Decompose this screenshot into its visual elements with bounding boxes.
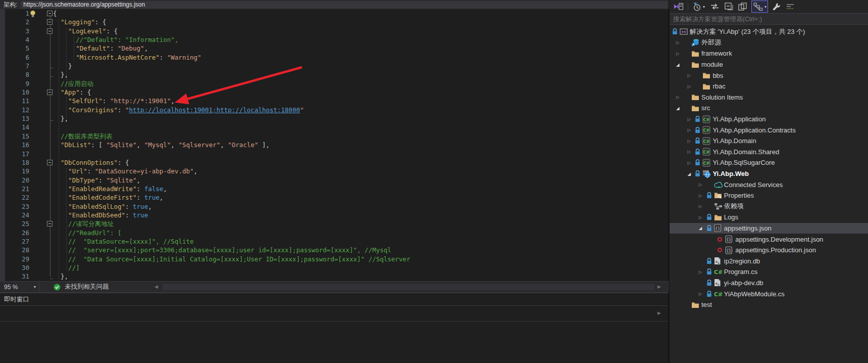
collapse-all-icon[interactable] <box>724 1 734 12</box>
editor-line[interactable]: 24 "EnabledDbSeed": true <box>0 211 669 219</box>
line-number[interactable]: 8 <box>0 70 29 79</box>
tree-item[interactable]: ◢{}appsettings.json <box>670 223 868 234</box>
tree-item[interactable]: ▷Properties <box>670 190 868 201</box>
line-number[interactable]: 17 <box>0 150 29 158</box>
editor-line[interactable]: 29 // "Data Source=[xxxx];Initial Catalo… <box>0 255 669 263</box>
tree-item[interactable]: ▷framework <box>670 48 868 59</box>
editor-line[interactable]: 18 "DbConnOptions": { <box>0 158 669 167</box>
editor-line[interactable]: 27 // "DataSource=[xxxx]", //Sqlite <box>0 237 669 246</box>
collapsed-arrow-icon[interactable]: ▷ <box>687 117 695 122</box>
editor-line[interactable]: 9 //应用启动 <box>0 79 669 88</box>
tree-item[interactable]: ip2region.db <box>670 255 868 266</box>
editor-line[interactable]: 13 }, <box>0 114 669 123</box>
line-number[interactable]: 1 <box>0 9 29 18</box>
line-number[interactable]: 3 <box>0 27 29 35</box>
tree-item[interactable]: ▷Logs <box>670 212 868 223</box>
tree-item[interactable]: test <box>670 299 868 310</box>
search-input[interactable] <box>670 13 868 25</box>
expanded-arrow-icon[interactable]: ◢ <box>676 106 684 111</box>
editor-line[interactable]: 6 "Microsoft.AspNetCore": "Warning" <box>0 53 669 62</box>
expanded-arrow-icon[interactable]: ◢ <box>699 225 706 231</box>
line-number[interactable]: 4 <box>0 35 29 44</box>
tree-item[interactable]: ▷bbs <box>670 70 868 81</box>
expanded-arrow-icon[interactable]: ◢ <box>687 171 695 176</box>
collapsed-arrow-icon[interactable]: ▷ <box>699 193 706 198</box>
editor-line[interactable]: 7 } <box>0 62 669 70</box>
editor-line[interactable]: 5 "Default": "Debug", <box>0 44 669 53</box>
editor-line[interactable]: 1{ <box>0 9 669 18</box>
preview-selected-items-icon[interactable] <box>785 1 795 12</box>
chevron-down-icon[interactable]: ▾ <box>703 5 705 9</box>
line-number[interactable]: 12 <box>0 106 29 114</box>
line-number[interactable]: 9 <box>0 79 29 88</box>
line-number[interactable]: 31 <box>0 272 29 281</box>
tree-item[interactable]: {}appsettings.Development.json <box>670 234 868 245</box>
document-health-indicator[interactable]: 未找到相关问题 <box>54 283 109 291</box>
tree-item[interactable]: ▷C#Yi.Abp.Application <box>670 114 868 125</box>
tree-item[interactable]: ▷外部源 <box>670 37 868 49</box>
editor-line[interactable]: 4 //"Default": "Information", <box>0 35 669 44</box>
editor-line[interactable]: 12 "CorsOrigins": "http://localhost:1900… <box>0 106 669 114</box>
imm-hscroll-right-arrow[interactable]: ▶ <box>657 310 661 315</box>
line-number[interactable]: 29 <box>0 255 29 263</box>
editor-line[interactable]: 25 //读写分离地址 <box>0 219 669 228</box>
pending-changes-filter-icon[interactable]: ▾ <box>692 1 705 12</box>
line-number[interactable]: 10 <box>0 88 29 97</box>
schema-url-combo[interactable]: https://json.schemastore.org/appsettings… <box>21 1 668 9</box>
line-number[interactable]: 14 <box>0 123 29 131</box>
line-number[interactable]: 15 <box>0 132 29 141</box>
collapsed-arrow-icon[interactable]: ▷ <box>699 182 706 187</box>
tree-item[interactable]: ▷依赖项 <box>670 201 868 212</box>
line-number[interactable]: 27 <box>0 237 29 246</box>
editor-line[interactable]: 26 //"ReadUrl": [ <box>0 229 669 237</box>
collapsed-arrow-icon[interactable]: ▷ <box>699 291 706 296</box>
collapsed-arrow-icon[interactable]: ▷ <box>687 84 695 89</box>
editor-line[interactable]: 22 "EnabledCodeFirst": true, <box>0 193 669 202</box>
line-number[interactable]: 5 <box>0 44 29 53</box>
collapsed-arrow-icon[interactable]: ▷ <box>687 149 695 154</box>
tree-item[interactable]: 解决方案 'Yi.Abp' (23 个项目，共 23 个) <box>670 26 868 37</box>
editor-line[interactable]: 17 <box>0 150 669 158</box>
chevron-down-icon[interactable]: ▾ <box>764 5 767 9</box>
editor-line[interactable]: 8 }, <box>0 70 669 79</box>
sync-selection-icon[interactable]: ▾ <box>751 1 768 13</box>
editor-line[interactable]: 3 "LogLevel": { <box>0 27 669 35</box>
tree-item[interactable]: ◢module <box>670 59 868 70</box>
line-number[interactable]: 23 <box>0 202 29 211</box>
json-code-editor[interactable]: 1{2 "Logging": {3 "LogLevel": {4 //"Defa… <box>0 9 669 281</box>
lightbulb-icon[interactable] <box>29 10 36 20</box>
collapsed-arrow-icon[interactable]: ▷ <box>687 127 695 132</box>
editor-line[interactable]: 2 "Logging": { <box>0 18 669 26</box>
line-number[interactable]: 7 <box>0 62 29 70</box>
properties-icon[interactable] <box>738 1 748 12</box>
tree-item[interactable]: ▷C#Yi.Abp.SqlSugarCore <box>670 157 868 168</box>
line-number[interactable]: 20 <box>0 176 29 185</box>
editor-line[interactable]: 11 "SelfUrl": "http://*:19001", <box>0 97 669 105</box>
editor-line[interactable]: 19 "Url": "DataSource=yi-abp-dev.db", <box>0 167 669 175</box>
line-number[interactable]: 21 <box>0 185 29 193</box>
collapsed-arrow-icon[interactable]: ▷ <box>676 51 684 56</box>
immediate-window-panel[interactable]: 即时窗口 ▶ <box>0 292 669 363</box>
line-number[interactable]: 26 <box>0 229 29 237</box>
tree-item[interactable]: ◢Yi.Abp.Web <box>670 168 868 179</box>
tree-item[interactable]: {}appsettings.Production.json <box>670 245 868 256</box>
expanded-arrow-icon[interactable]: ◢ <box>676 62 684 67</box>
collapsed-arrow-icon[interactable]: ▷ <box>699 215 706 220</box>
tree-item[interactable]: yi-abp-dev.db <box>670 278 868 289</box>
line-number[interactable]: 22 <box>0 193 29 202</box>
collapsed-arrow-icon[interactable]: ▷ <box>687 160 695 165</box>
tree-item[interactable]: ▷Connected Services <box>670 179 868 190</box>
editor-line[interactable]: 31 }, <box>0 272 669 281</box>
tree-item[interactable]: ◢src <box>670 103 868 114</box>
editor-line[interactable]: 10 "App": { <box>0 88 669 97</box>
editor-line[interactable]: 21 "EnabledReadWrite": false, <box>0 185 669 193</box>
collapsed-arrow-icon[interactable]: ▷ <box>699 269 706 275</box>
switch-views-icon[interactable] <box>673 1 684 12</box>
editor-line[interactable]: 20 "DbType": "Sqlite", <box>0 176 669 185</box>
hscroll-left-arrow[interactable]: ◀ <box>155 284 158 289</box>
tree-item[interactable]: ▷rbac <box>670 81 868 92</box>
editor-line[interactable]: 15 //数据库类型列表 <box>0 132 669 141</box>
editor-line[interactable]: 28 // "server=[xxxx];port=3306;database=… <box>0 246 669 254</box>
hscroll-thumb[interactable] <box>163 284 654 290</box>
editor-line[interactable]: 23 "EnabledSqlLog": true, <box>0 202 669 211</box>
